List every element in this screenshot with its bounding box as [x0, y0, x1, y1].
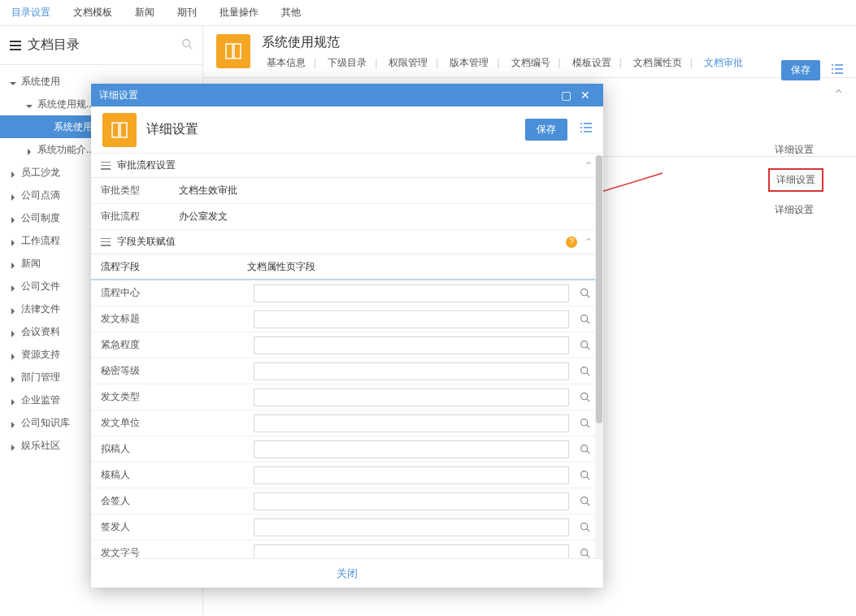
field-row-2: 紧急程度	[91, 332, 603, 358]
svg-line-20	[586, 295, 589, 297]
tree-item-label: 工作流程	[21, 234, 60, 248]
doc-icon	[216, 34, 250, 68]
chevron-right-icon	[10, 169, 16, 176]
search-icon[interactable]	[576, 466, 593, 484]
search-icon[interactable]	[576, 362, 593, 380]
menu-item-journal[interactable]: 期刊	[177, 6, 197, 20]
chevron-right-icon	[10, 442, 16, 449]
search-icon[interactable]	[576, 336, 593, 354]
chevron-right-icon	[10, 192, 16, 198]
chevron-right-icon	[10, 419, 16, 426]
svg-rect-3	[234, 44, 241, 59]
field-row-9: 签发人	[91, 514, 603, 540]
doc-tab-6[interactable]: 文档属性页	[628, 56, 697, 70]
chevron-right-icon	[10, 374, 16, 380]
modal-titlebar[interactable]: 详细设置 ▢ ✕	[91, 84, 603, 106]
field-label: 紧急程度	[101, 338, 247, 352]
field-label: 拟稿人	[101, 442, 247, 456]
search-icon[interactable]	[576, 518, 593, 536]
search-icon[interactable]	[181, 38, 193, 52]
kv-row-approval-type: 审批类型 文档生效审批	[91, 178, 603, 204]
search-icon[interactable]	[576, 440, 593, 458]
svg-line-32	[586, 451, 589, 453]
svg-line-38	[586, 529, 589, 531]
doc-tab-3[interactable]: 版本管理	[445, 56, 504, 70]
doc-tab-5[interactable]: 模板设置	[567, 56, 627, 70]
chevron-down-icon	[26, 101, 33, 107]
detail-link-1[interactable]: 详细设置	[768, 168, 823, 192]
field-input-5[interactable]	[254, 414, 569, 432]
field-label: 会签人	[101, 494, 247, 508]
field-label: 发文字号	[101, 546, 247, 558]
detail-link-2[interactable]: 详细设置	[768, 200, 823, 220]
doc-tab-4[interactable]: 文档编号	[506, 56, 566, 70]
field-input-2[interactable]	[254, 336, 569, 354]
svg-line-1	[189, 46, 193, 50]
detail-link-0[interactable]: 详细设置	[768, 140, 823, 160]
maximize-icon[interactable]: ▢	[556, 89, 576, 102]
menu-item-news[interactable]: 新闻	[135, 6, 154, 20]
scrollbar-thumb[interactable]	[596, 155, 602, 423]
doc-tabs: 基本信息下级目录权限管理版本管理文档编号模板设置文档属性页文档审批	[262, 56, 843, 70]
field-input-6[interactable]	[254, 440, 569, 458]
field-label: 发文单位	[101, 416, 247, 430]
svg-line-22	[586, 321, 589, 323]
section-field-mapping[interactable]: 字段关联赋值 ? ⌃	[91, 230, 603, 254]
search-icon[interactable]	[576, 492, 593, 510]
search-icon[interactable]	[576, 414, 593, 432]
svg-point-27	[580, 393, 587, 400]
field-input-9[interactable]	[254, 518, 569, 536]
svg-line-36	[586, 503, 589, 505]
search-icon[interactable]	[576, 544, 593, 559]
svg-point-19	[580, 289, 587, 296]
tree-item-label: 公司点滴	[21, 189, 60, 202]
svg-point-31	[580, 445, 587, 452]
menu-item-other[interactable]: 其他	[281, 6, 301, 20]
chevron-right-icon	[10, 351, 16, 358]
field-row-5: 发文单位	[91, 410, 603, 436]
field-row-0: 流程中心	[91, 280, 603, 306]
field-row-6: 拟稿人	[91, 436, 603, 462]
field-input-7[interactable]	[254, 466, 569, 484]
svg-rect-11	[112, 123, 119, 137]
modal-list-icon[interactable]	[579, 120, 593, 139]
doc-tab-1[interactable]: 下级目录	[323, 56, 382, 70]
list-icon[interactable]	[830, 62, 845, 80]
chevron-right-icon	[10, 215, 16, 221]
field-input-0[interactable]	[254, 284, 569, 302]
field-input-10[interactable]	[254, 544, 569, 559]
chevron-up-icon[interactable]: ⌃	[584, 236, 593, 249]
search-icon[interactable]	[576, 388, 593, 406]
menu-item-catalog-settings[interactable]: 目录设置	[11, 6, 50, 20]
svg-point-0	[183, 40, 190, 47]
scrollbar[interactable]	[595, 155, 603, 558]
field-label: 流程中心	[101, 286, 247, 300]
doc-tab-7[interactable]: 文档审批	[699, 56, 748, 70]
chevron-up-icon[interactable]: ⌃	[584, 159, 593, 172]
field-input-4[interactable]	[254, 388, 569, 406]
field-input-1[interactable]	[254, 310, 569, 328]
section-approval-flow[interactable]: 审批流程设置 ⌃	[91, 154, 603, 178]
menu-item-batch[interactable]: 批量操作	[219, 6, 259, 20]
modal-header-title: 详细设置	[146, 121, 198, 138]
field-input-8[interactable]	[254, 492, 569, 510]
doc-tab-2[interactable]: 权限管理	[384, 56, 443, 70]
close-icon[interactable]: ✕	[576, 89, 595, 102]
hamburger-icon[interactable]	[10, 41, 21, 50]
doc-tab-0[interactable]: 基本信息	[262, 56, 321, 70]
tree-item-label: 会议资料	[21, 325, 60, 339]
chevron-up-icon[interactable]: ⌃	[832, 86, 845, 104]
drag-icon	[101, 238, 111, 246]
menu-item-doc-template[interactable]: 文档模板	[73, 6, 112, 20]
modal-save-button[interactable]: 保存	[525, 119, 567, 141]
search-icon[interactable]	[576, 284, 593, 302]
field-input-3[interactable]	[254, 362, 569, 380]
detail-settings-modal: 详细设置 ▢ ✕ 详细设置 保存 审批流程设置 ⌃ 审批类型 文档生效审批 审批…	[91, 84, 603, 588]
kv-row-approval-flow: 审批流程 办公室发文	[91, 204, 603, 230]
search-icon[interactable]	[576, 310, 593, 328]
svg-line-40	[586, 555, 589, 557]
tree-item-label: 企业监管	[21, 393, 60, 407]
help-icon[interactable]: ?	[566, 236, 577, 248]
close-link[interactable]: 关闭	[337, 566, 358, 581]
field-label: 秘密等级	[101, 364, 247, 378]
